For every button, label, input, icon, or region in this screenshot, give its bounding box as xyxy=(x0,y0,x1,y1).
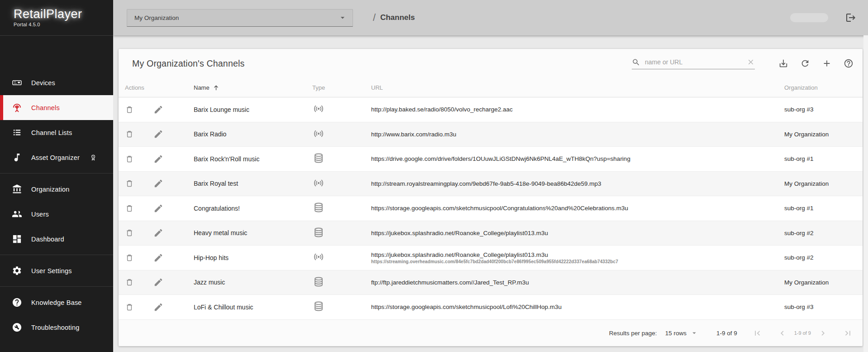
playlist-type-icon xyxy=(312,152,325,164)
delete-channel-icon[interactable] xyxy=(124,253,134,263)
dropdown-arrow-icon xyxy=(690,329,698,337)
table-row: Barix Rock'n'Roll musichttps://drive.goo… xyxy=(119,147,863,172)
rows-per-page-select[interactable]: 15 rows xyxy=(665,329,698,337)
sidebar-item-organization[interactable]: Organization xyxy=(0,177,113,202)
delete-channel-icon[interactable] xyxy=(124,277,134,287)
sidebar-item-label: Channels xyxy=(31,104,60,111)
first-page-icon[interactable] xyxy=(753,328,762,338)
cell-organization: My Organization xyxy=(784,180,863,187)
channel-url: http://play.baked.se/radio/8050/volvo_re… xyxy=(371,106,784,113)
table-row: Hip-Hop hitshttps://jukebox.splashradio.… xyxy=(119,246,863,270)
sidebar-item-label: Troubleshooting xyxy=(31,324,79,331)
main-page: My Organization's Channels xyxy=(113,35,863,352)
sidebar-item-asset-organizer[interactable]: Asset Organizer xyxy=(0,145,113,170)
delete-channel-icon[interactable] xyxy=(124,105,134,115)
cell-url: https://storage.googleapis.com/sketchmus… xyxy=(371,304,784,310)
sidebar-item-users[interactable]: Users xyxy=(0,202,113,227)
sidebar-group: User Settings xyxy=(0,255,113,287)
sidebar-item-dashboard[interactable]: Dashboard xyxy=(0,227,113,251)
delete-channel-icon[interactable] xyxy=(124,203,134,213)
delete-channel-icon[interactable] xyxy=(124,154,134,164)
app-logo: RetailPlayer xyxy=(14,7,113,21)
sort-ascending-icon xyxy=(212,84,220,92)
edit-channel-icon[interactable] xyxy=(153,154,163,164)
column-header-name[interactable]: Name xyxy=(194,84,312,92)
search-icon xyxy=(632,58,640,67)
user-name-pill xyxy=(790,13,828,22)
channels-icon xyxy=(12,102,22,113)
organization-selector[interactable]: My Organization xyxy=(127,9,353,27)
cell-type xyxy=(312,251,371,265)
cell-organization: My Organization xyxy=(784,131,863,138)
stream-type-icon xyxy=(312,251,325,263)
channel-url: ftp://ftp.jareddietchmusicmatters.com//J… xyxy=(371,279,784,286)
channel-lists-icon xyxy=(12,127,22,138)
scrollbar-track[interactable] xyxy=(863,35,868,352)
delete-channel-icon[interactable] xyxy=(124,178,134,188)
edit-channel-icon[interactable] xyxy=(153,129,163,139)
edit-channel-icon[interactable] xyxy=(153,178,163,188)
award-badge-icon xyxy=(89,154,97,161)
logout-icon[interactable] xyxy=(845,12,856,23)
results-range: 1-9 of 9 xyxy=(716,330,737,337)
cell-actions xyxy=(119,302,194,312)
edit-channel-icon[interactable] xyxy=(153,203,163,213)
cell-type xyxy=(312,275,371,289)
page-indicator: 1-9 of 9 xyxy=(794,330,811,336)
channels-card: My Organization's Channels xyxy=(119,49,863,346)
cell-actions xyxy=(119,203,194,213)
table-row: Congratulations!https://storage.googleap… xyxy=(119,196,863,221)
sidebar-item-label: Dashboard xyxy=(31,236,64,243)
sidebar-item-channel-lists[interactable]: Channel Lists xyxy=(0,120,113,145)
cell-channel-name: Jazz music xyxy=(194,279,312,286)
logo-block: RetailPlayer Portal 4.5.0 xyxy=(0,0,113,36)
rows-per-page-value: 15 rows xyxy=(665,330,687,337)
cell-channel-name: Hip-Hop hits xyxy=(194,254,312,261)
search-box xyxy=(632,58,755,69)
add-channel-icon[interactable] xyxy=(822,58,832,68)
cell-organization: sub-org #1 xyxy=(784,205,863,212)
cell-url: http://stream.royalstreamingplay.com/9eb… xyxy=(371,180,784,187)
channel-url-secondary: https://streaming.overheadmusic.com/84e5… xyxy=(371,259,784,264)
next-page-icon[interactable] xyxy=(818,328,828,338)
table-row: Heavy metal musichttps://jukebox.splashr… xyxy=(119,221,863,246)
sidebar-item-channels[interactable]: Channels xyxy=(0,95,113,120)
channel-url: https://jukebox.splashradio.net/Roanoke_… xyxy=(371,230,784,236)
delete-channel-icon[interactable] xyxy=(124,228,134,238)
cell-channel-name: Barix Royal test xyxy=(194,180,312,187)
sidebar-item-label: User Settings xyxy=(31,267,72,275)
sidebar-item-troubleshooting[interactable]: Troubleshooting xyxy=(0,315,113,340)
stream-type-icon xyxy=(312,177,325,189)
cell-channel-name: Barix Lounge music xyxy=(194,106,312,113)
edit-channel-icon[interactable] xyxy=(153,228,163,238)
refresh-icon[interactable] xyxy=(800,58,810,68)
users-icon xyxy=(12,209,22,219)
edit-channel-icon[interactable] xyxy=(153,277,163,287)
cell-organization: My Organization xyxy=(784,279,863,286)
last-page-icon[interactable] xyxy=(843,328,853,338)
help-icon[interactable] xyxy=(844,58,854,68)
breadcrumb: / Channels xyxy=(373,12,415,24)
sidebar-item-devices[interactable]: Devices xyxy=(0,70,113,95)
edit-channel-icon[interactable] xyxy=(153,302,163,312)
playlist-type-icon xyxy=(312,300,325,313)
table-footer: Results per page: 15 rows 1-9 of 9 1-9 o… xyxy=(119,320,863,347)
card-header: My Organization's Channels xyxy=(119,49,863,78)
delete-channel-icon[interactable] xyxy=(124,302,134,312)
column-header-organization: Organization xyxy=(784,84,863,91)
sidebar-item-knowledge-base[interactable]: Knowledge Base xyxy=(0,290,113,315)
cell-actions xyxy=(119,253,194,263)
clear-search-icon[interactable] xyxy=(747,58,755,66)
table-body: Barix Lounge musichttp://play.baked.se/r… xyxy=(119,97,863,320)
results-per-page-label: Results per page: xyxy=(609,330,657,337)
edit-channel-icon[interactable] xyxy=(153,253,163,263)
download-icon[interactable] xyxy=(778,58,788,68)
previous-page-icon[interactable] xyxy=(777,328,787,338)
column-header-type: Type xyxy=(312,84,371,91)
delete-channel-icon[interactable] xyxy=(124,129,134,139)
sidebar-item-user-settings[interactable]: User Settings xyxy=(0,258,113,283)
search-input[interactable] xyxy=(645,58,747,66)
edit-channel-icon[interactable] xyxy=(153,105,163,115)
sidebar: RetailPlayer Portal 4.5.0 DevicesChannel… xyxy=(0,0,113,352)
cell-actions xyxy=(119,277,194,287)
